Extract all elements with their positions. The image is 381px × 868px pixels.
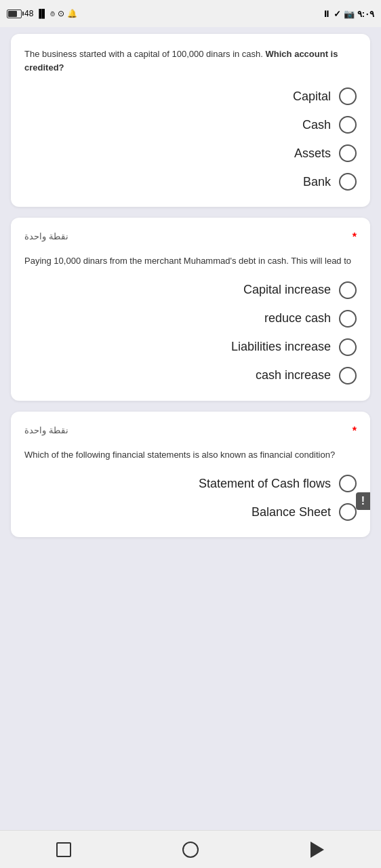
radio-cash[interactable] xyxy=(339,116,357,134)
radio-capital-increase[interactable] xyxy=(339,281,357,299)
last-card-wrapper: نقطة واحدة * Which of the following fina… xyxy=(11,412,370,538)
question-card-2: نقطة واحدة * Paying 10,000 dinars from t… xyxy=(11,218,370,401)
card-asterisk-2: * xyxy=(353,231,357,243)
pause-icon: ⏸ xyxy=(322,9,331,19)
option-item[interactable]: reduce cash xyxy=(24,310,357,328)
settings-icon: ⊙ xyxy=(58,9,64,18)
option-item[interactable]: Capital increase xyxy=(24,281,357,299)
battery-level: 48 xyxy=(24,9,33,18)
question-card-3: نقطة واحدة * Which of the following fina… xyxy=(11,412,370,538)
option-label: Bank xyxy=(303,175,331,189)
options-list-1: Capital Cash Assets Bank xyxy=(24,87,357,191)
option-item[interactable]: cash increase xyxy=(24,367,357,384)
option-item[interactable]: Bank xyxy=(24,173,357,191)
option-item[interactable]: Assets xyxy=(24,144,357,162)
signal-icon: ▐▌ xyxy=(36,9,47,18)
radio-cash-flows[interactable] xyxy=(339,475,357,492)
status-right: ⏸ ✓ 📷 ٩:٠٩ xyxy=(322,9,374,19)
option-item[interactable]: Cash xyxy=(24,116,357,134)
circle-icon xyxy=(182,842,199,858)
option-label: Liabilities increase xyxy=(231,340,331,354)
option-label: Capital increase xyxy=(243,283,331,297)
toast-button[interactable]: ! xyxy=(356,492,370,510)
card-header-2: نقطة واحدة * xyxy=(24,231,357,243)
option-item[interactable]: Statement of Cash flows xyxy=(24,475,357,492)
radio-cash-increase[interactable] xyxy=(339,367,357,384)
radio-reduce-cash[interactable] xyxy=(339,310,357,328)
main-content: The business started with a capital of 1… xyxy=(0,27,381,830)
option-label: Assets xyxy=(294,146,331,161)
options-list-2: Capital increase reduce cash Liabilities… xyxy=(24,281,357,384)
nav-circle-button[interactable] xyxy=(178,837,203,862)
camera-icon: 📷 xyxy=(344,9,355,19)
question-text-2: Paying 10,000 dinars from the merchant M… xyxy=(24,254,357,268)
question-card-1: The business started with a capital of 1… xyxy=(11,34,370,207)
radio-balance-sheet[interactable] xyxy=(339,503,357,521)
option-item[interactable]: Capital xyxy=(24,87,357,105)
options-list-3: Statement of Cash flows Balance Sheet xyxy=(24,475,357,521)
option-label: Statement of Cash flows xyxy=(199,477,331,491)
card-meta-2: نقطة واحدة xyxy=(24,231,68,241)
radio-bank[interactable] xyxy=(339,173,357,191)
option-label: Capital xyxy=(293,90,331,104)
radio-liabilities-increase[interactable] xyxy=(339,338,357,356)
square-icon xyxy=(56,842,71,857)
option-label: reduce cash xyxy=(264,311,331,326)
triangle-icon xyxy=(310,842,324,858)
card-asterisk-3: * xyxy=(353,425,357,437)
status-left: 48 ▐▌ ⌾̃ ⊙ 🔔 xyxy=(7,9,77,18)
nav-back-button[interactable] xyxy=(305,837,329,862)
time-display: ٩:٠٩ xyxy=(357,9,374,19)
question-text-1: The business started with a capital of 1… xyxy=(24,47,357,74)
radio-assets[interactable] xyxy=(339,144,357,162)
question-text-3: Which of the following financial stateme… xyxy=(24,448,357,462)
battery-icon xyxy=(7,9,22,18)
option-label: cash increase xyxy=(256,368,331,382)
check-icon: ✓ xyxy=(334,9,341,19)
bottom-nav xyxy=(0,830,381,868)
radio-capital[interactable] xyxy=(339,87,357,105)
card-header-3: نقطة واحدة * xyxy=(24,425,357,437)
volume-icon: 🔔 xyxy=(67,9,77,18)
card-meta-3: نقطة واحدة xyxy=(24,425,68,435)
wifi-icon: ⌾̃ xyxy=(50,9,55,18)
option-item[interactable]: Liabilities increase xyxy=(24,338,357,356)
option-label: Balance Sheet xyxy=(252,505,331,519)
status-bar: 48 ▐▌ ⌾̃ ⊙ 🔔 ⏸ ✓ 📷 ٩:٠٩ xyxy=(0,0,381,27)
option-item[interactable]: Balance Sheet xyxy=(24,503,357,521)
option-label: Cash xyxy=(302,118,331,132)
nav-square-button[interactable] xyxy=(52,837,76,862)
